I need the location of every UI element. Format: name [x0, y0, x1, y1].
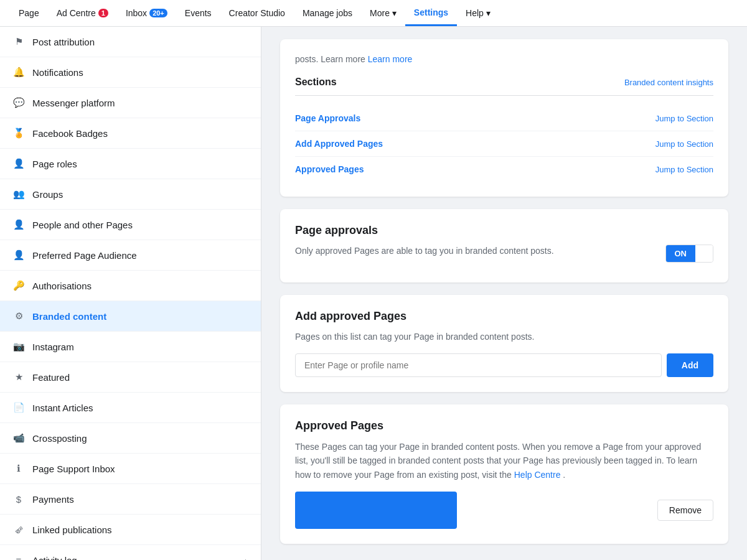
nav-inbox[interactable]: Inbox 20+ — [117, 0, 176, 26]
sections-container: Sections Branded content insights Page A… — [295, 77, 713, 182]
badge-icon: 🏅 — [12, 127, 25, 139]
section-row-page-approvals: Page Approvals Jump to Section — [295, 106, 713, 131]
sidebar-item-post-attribution[interactable]: ⚑ Post attribution — [0, 27, 261, 57]
sidebar-item-activity-log[interactable]: ≡ Activity log → — [0, 545, 261, 560]
sidebar-item-preferred-audience[interactable]: 👤 Preferred Page Audience — [0, 240, 261, 271]
nav-ad-centre[interactable]: Ad Centre 1 — [48, 0, 117, 26]
sidebar-item-featured[interactable]: ★ Featured — [0, 362, 261, 393]
section-page-approvals-link[interactable]: Page Approvals — [295, 113, 360, 123]
sidebar-item-page-roles[interactable]: 👤 Page roles — [0, 149, 261, 179]
sidebar-label-groups: Groups — [32, 189, 63, 200]
sidebar-label-linked-publications: Linked publications — [32, 525, 112, 535]
sidebar-label-notifications: Notifications — [32, 67, 83, 78]
top-blurb: posts. Learn more Learn more — [295, 54, 713, 64]
sidebar-label-branded-content: Branded content — [32, 311, 106, 322]
section-approved-pages-link[interactable]: Approved Pages — [295, 164, 364, 174]
learn-more-link[interactable]: Learn more — [368, 54, 413, 64]
nav-creator-studio[interactable]: Creator Studio — [220, 0, 294, 26]
page-approvals-desc: Only approved Pages are able to tag you … — [295, 245, 653, 258]
approved-pages-desc: These Pages can tag your Page in branded… — [295, 440, 713, 482]
top-blurb-card: posts. Learn more Learn more Sections Br… — [280, 39, 728, 197]
branded-insights-link[interactable]: Branded content insights — [624, 78, 713, 87]
nav-page[interactable]: Page — [10, 0, 48, 26]
sidebar-item-instant-articles[interactable]: 📄 Instant Articles — [0, 393, 261, 423]
sidebar-label-people-and-pages: People and other Pages — [32, 220, 133, 230]
sidebar-item-branded-content[interactable]: ⚙ Branded content — [0, 301, 261, 332]
sidebar-label-page-support: Page Support Inbox — [32, 464, 115, 474]
key-icon: 🔑 — [12, 279, 25, 292]
sidebar-label-featured: Featured — [32, 372, 70, 383]
support-icon: ℹ — [12, 462, 25, 475]
ad-centre-badge: 1 — [98, 9, 108, 17]
toggle-button[interactable]: ON — [665, 245, 714, 263]
approved-page-row: Remove — [295, 492, 713, 529]
sidebar-label-crossposting: Crossposting — [32, 433, 87, 444]
sidebar-item-instagram[interactable]: 📷 Instagram — [0, 332, 261, 362]
sidebar-label-payments: Payments — [32, 494, 74, 505]
jump-add-approved[interactable]: Jump to Section — [655, 139, 713, 149]
sidebar-label-authorisations: Authorisations — [32, 281, 92, 291]
crosspost-icon: 📹 — [12, 432, 25, 444]
sidebar-item-linked-publications[interactable]: 🗞 Linked publications — [0, 515, 261, 545]
sidebar-label-post-attribution: Post attribution — [32, 37, 95, 47]
toggle-on[interactable]: ON — [666, 245, 696, 262]
section-add-approved-link[interactable]: Add Approved Pages — [295, 139, 383, 149]
add-approved-heading: Add approved Pages — [295, 310, 713, 323]
toggle-off[interactable] — [695, 245, 713, 262]
sidebar-item-payments[interactable]: $ Payments — [0, 484, 261, 515]
audience-icon: 👤 — [12, 249, 25, 261]
sidebar-item-groups[interactable]: 👥 Groups — [0, 179, 261, 210]
instagram-icon: 📷 — [12, 340, 25, 353]
sections-title: Sections — [295, 77, 337, 88]
toggle-description: Only approved Pages are able to tag you … — [295, 245, 665, 268]
publications-icon: 🗞 — [12, 523, 25, 536]
section-row-add-approved: Add Approved Pages Jump to Section — [295, 131, 713, 157]
activity-log-arrow: → — [240, 555, 248, 560]
sidebar-label-instagram: Instagram — [32, 342, 74, 352]
activity-icon: ≡ — [12, 554, 25, 560]
payments-icon: $ — [12, 493, 25, 505]
sidebar-label-facebook-badges: Facebook Badges — [32, 128, 108, 139]
sidebar-label-page-roles: Page roles — [32, 159, 77, 169]
messenger-icon: 💬 — [12, 96, 25, 109]
sidebar: ⚑ Post attribution 🔔 Notifications 💬 Mes… — [0, 27, 261, 560]
approved-pages-card: Approved Pages These Pages can tag your … — [280, 404, 728, 544]
remove-button[interactable]: Remove — [657, 500, 713, 521]
section-row-approved-pages: Approved Pages Jump to Section — [295, 157, 713, 182]
nav-help[interactable]: Help ▾ — [457, 0, 499, 26]
page-approvals-heading: Page approvals — [295, 224, 713, 237]
add-approved-desc: Pages on this list can tag your Page in … — [295, 330, 713, 343]
add-approved-card: Add approved Pages Pages on this list ca… — [280, 295, 728, 392]
sidebar-item-messenger-platform[interactable]: 💬 Messenger platform — [0, 88, 261, 118]
nav-more[interactable]: More ▾ — [361, 0, 405, 26]
jump-approved-pages[interactable]: Jump to Section — [655, 165, 713, 174]
sidebar-item-people-and-pages[interactable]: 👤 People and other Pages — [0, 210, 261, 240]
groups-icon: 👥 — [12, 188, 25, 200]
people-icon: 👤 — [12, 218, 25, 231]
jump-page-approvals[interactable]: Jump to Section — [655, 114, 713, 123]
branded-icon: ⚙ — [12, 310, 25, 322]
nav-manage-jobs[interactable]: Manage jobs — [294, 0, 361, 26]
nav-items: Page Ad Centre 1 Inbox 20+ Events Creato… — [10, 0, 499, 26]
sidebar-item-authorisations[interactable]: 🔑 Authorisations — [0, 271, 261, 301]
help-centre-link[interactable]: Help Centre — [514, 470, 561, 480]
sections-header: Sections Branded content insights — [295, 77, 713, 96]
person-icon: 👤 — [12, 157, 25, 170]
sidebar-item-facebook-badges[interactable]: 🏅 Facebook Badges — [0, 118, 261, 149]
sidebar-item-page-support[interactable]: ℹ Page Support Inbox — [0, 454, 261, 484]
activity-log-left: ≡ Activity log — [12, 554, 77, 560]
sidebar-label-messenger-platform: Messenger platform — [32, 98, 115, 108]
bell-icon: 🔔 — [12, 66, 25, 78]
page-thumbnail — [295, 492, 457, 529]
toggle-row: Only approved Pages are able to tag you … — [295, 245, 713, 268]
page-name-input[interactable] — [295, 353, 662, 377]
sidebar-label-activity-log: Activity log — [32, 555, 77, 561]
star-icon: ★ — [12, 371, 25, 383]
add-button[interactable]: Add — [667, 353, 713, 377]
top-nav: Page Ad Centre 1 Inbox 20+ Events Creato… — [0, 0, 747, 27]
sidebar-item-crossposting[interactable]: 📹 Crossposting — [0, 423, 261, 454]
articles-icon: 📄 — [12, 401, 25, 414]
sidebar-item-notifications[interactable]: 🔔 Notifications — [0, 57, 261, 88]
nav-settings[interactable]: Settings — [405, 0, 457, 26]
nav-events[interactable]: Events — [176, 0, 220, 26]
